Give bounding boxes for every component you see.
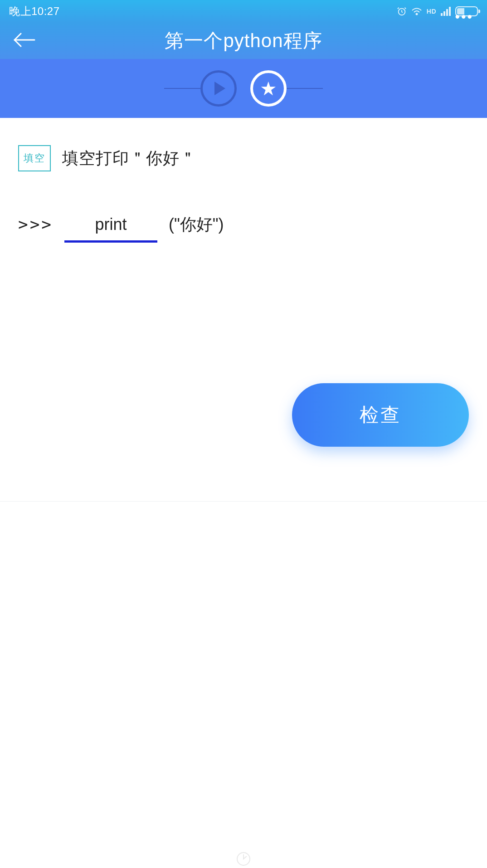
blank-wrap [64,212,157,243]
question-row: 填空 填空打印＂你好＂ [18,145,469,171]
more-icon[interactable]: ••• [455,9,473,24]
code-row: >>> ("你好") [18,212,469,243]
step-star-icon[interactable]: ★ [250,70,287,107]
code-suffix: ("你好") [169,214,224,236]
code-prompt: >>> [18,215,53,234]
hd-label: HD [427,8,436,15]
divider [0,501,487,502]
progress-line [164,88,200,89]
progress-line [287,88,323,89]
svg-rect-4 [446,9,448,16]
question-type-badge: 填空 [18,145,51,171]
progress-bar: ★ [0,59,487,118]
step-play-icon[interactable] [200,70,237,107]
nav-bar: 第一个python程序 ••• [0,23,487,59]
svg-rect-2 [441,13,443,16]
signal-icon [441,7,451,16]
svg-rect-3 [443,11,445,16]
svg-point-1 [416,14,417,15]
page-title: 第一个python程序 [0,28,487,54]
check-button[interactable]: 检查 [292,383,469,447]
question-text: 填空打印＂你好＂ [62,147,196,170]
status-bar: 晚上10:27 HD [0,0,487,23]
home-indicator-icon [234,850,253,868]
back-button[interactable] [14,32,35,50]
alarm-icon [397,6,407,16]
status-time: 晚上10:27 [9,4,60,19]
svg-rect-5 [449,7,451,16]
content-area: 填空 填空打印＂你好＂ >>> ("你好") 检查 [0,118,487,520]
wifi-icon [411,7,422,16]
answer-input[interactable] [64,212,157,243]
